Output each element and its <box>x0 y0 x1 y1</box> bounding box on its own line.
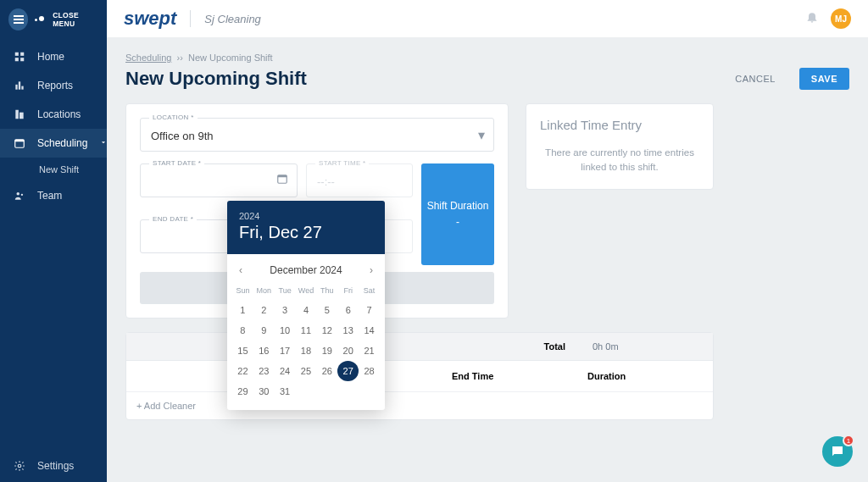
calendar-day[interactable]: 8 <box>232 320 253 341</box>
chat-button[interactable]: 1 <box>822 436 853 467</box>
gear-icon <box>14 460 25 472</box>
prev-month-button[interactable]: ‹ <box>236 263 246 278</box>
calendar-day[interactable]: 29 <box>232 381 253 402</box>
svg-point-11 <box>17 192 20 196</box>
calendar-dow: Thu <box>316 283 337 300</box>
avatar[interactable]: MJ <box>831 8 851 29</box>
svg-rect-5 <box>19 81 20 89</box>
svg-point-13 <box>18 464 21 468</box>
org-name: Sj Cleaning <box>204 13 261 25</box>
col-end-time: End Time <box>442 361 577 391</box>
calendar-day[interactable]: 21 <box>359 341 380 361</box>
cleaners-table: Total 0h 0m Start Time End Time Duration… <box>125 332 714 420</box>
svg-rect-4 <box>15 85 17 90</box>
calendar-dow: Sat <box>359 283 380 300</box>
calendar-day[interactable]: 14 <box>359 320 380 341</box>
breadcrumb-parent[interactable]: Scheduling <box>125 53 171 63</box>
next-month-button[interactable]: › <box>366 263 376 278</box>
calendar-day[interactable]: 15 <box>232 341 253 361</box>
total-value: 0h 0m <box>579 333 632 360</box>
location-icon <box>14 108 25 120</box>
calendar-day[interactable]: 25 <box>296 361 317 381</box>
calendar-day[interactable]: 7 <box>359 300 380 320</box>
calendar-day[interactable]: 30 <box>253 381 275 402</box>
sidebar-item-reports[interactable]: Reports <box>0 71 107 100</box>
dashboard-icon <box>14 51 25 63</box>
svg-point-12 <box>21 194 23 196</box>
calendar-day[interactable]: 31 <box>275 381 296 402</box>
calendar-day[interactable]: 2 <box>253 300 275 320</box>
dropdown-icon: ▾ <box>478 127 485 143</box>
brand-logo: swept <box>124 8 176 30</box>
calendar-day[interactable]: 23 <box>253 361 275 381</box>
sidebar-item-home[interactable]: Home <box>0 42 107 71</box>
sidebar-item-locations[interactable]: Locations <box>0 100 107 129</box>
close-menu-label[interactable]: CLOSE MENU <box>53 11 98 28</box>
sidebar-item-label: Home <box>37 51 64 63</box>
calendar-day[interactable]: 18 <box>296 341 317 361</box>
shift-duration-box: Shift Duration - <box>421 163 494 265</box>
calendar-day[interactable]: 26 <box>316 361 337 381</box>
calendar-day[interactable]: 28 <box>359 361 380 381</box>
calendar-day[interactable]: 5 <box>316 300 337 320</box>
calendar-icon <box>14 137 25 149</box>
svg-rect-15 <box>278 175 287 177</box>
linked-text: There are currently no time entries link… <box>540 146 699 175</box>
sidebar-subitem-new-shift[interactable]: New Shift <box>0 158 107 181</box>
calendar-headline: Fri, Dec 27 <box>239 223 373 242</box>
linked-time-panel: Linked Time Entry There are currently no… <box>526 103 714 190</box>
sidebar-item-label: Reports <box>37 80 73 91</box>
calendar-day[interactable]: 6 <box>337 300 359 320</box>
sidebar-item-label: Scheduling <box>37 137 87 149</box>
svg-rect-10 <box>15 140 25 141</box>
chat-badge: 1 <box>843 435 854 446</box>
breadcrumb: Scheduling ›› New Upcoming Shift <box>125 53 849 63</box>
calendar-day[interactable]: 1 <box>232 300 253 320</box>
svg-rect-7 <box>15 110 19 119</box>
calendar-day[interactable]: 11 <box>296 320 317 341</box>
sidebar-item-team[interactable]: Team <box>0 181 107 210</box>
svg-rect-1 <box>20 53 24 56</box>
calendar-day[interactable]: 10 <box>275 320 296 341</box>
start-date-input[interactable]: START DATE * <box>140 163 298 197</box>
calendar-dow: Fri <box>337 283 359 300</box>
svg-rect-8 <box>19 113 24 119</box>
col-duration: Duration <box>577 361 704 391</box>
calendar-day[interactable]: 19 <box>316 341 337 361</box>
calendar-day[interactable]: 13 <box>337 320 359 341</box>
linked-title: Linked Time Entry <box>540 118 699 132</box>
save-button[interactable]: SAVE <box>799 68 849 90</box>
start-time-input[interactable]: START TIME * --:-- <box>306 163 413 197</box>
bell-icon[interactable] <box>805 10 819 27</box>
sidebar-item-settings[interactable]: Settings <box>0 450 107 482</box>
cancel-button[interactable]: CANCEL <box>723 68 787 90</box>
calendar-day[interactable]: 17 <box>275 341 296 361</box>
svg-rect-2 <box>15 58 19 61</box>
calendar-month[interactable]: December 2024 <box>270 264 342 276</box>
calendar-dow: Wed <box>296 283 317 300</box>
divider <box>190 10 191 27</box>
calendar-day[interactable]: 27 <box>337 361 359 381</box>
svg-rect-6 <box>21 86 23 90</box>
calendar-dow: Mon <box>253 283 275 300</box>
calendar-year[interactable]: 2024 <box>239 211 373 221</box>
calendar-day[interactable]: 3 <box>275 300 296 320</box>
calendar-day[interactable]: 22 <box>232 361 253 381</box>
menu-toggle-button[interactable] <box>8 8 28 30</box>
calendar-dow: Tue <box>275 283 296 300</box>
sidebar: CLOSE MENU Home Reports Locations Schedu… <box>0 0 107 482</box>
add-cleaner-button[interactable]: + Add Cleaner <box>126 391 713 419</box>
sidebar-item-scheduling[interactable]: Scheduling <box>0 129 107 158</box>
calendar-day[interactable]: 24 <box>275 361 296 381</box>
calendar-day[interactable]: 4 <box>296 300 317 320</box>
calendar-day[interactable]: 9 <box>253 320 275 341</box>
date-picker: 2024 Fri, Dec 27 ‹ December 2024 › SunMo… <box>227 201 385 410</box>
calendar-day[interactable]: 12 <box>316 320 337 341</box>
team-icon <box>14 190 25 202</box>
calendar-day[interactable]: 20 <box>337 341 359 361</box>
chart-icon <box>14 80 25 91</box>
svg-rect-0 <box>15 53 19 56</box>
location-select[interactable]: LOCATION * Office on 9th ▾ <box>140 118 494 152</box>
calendar-dow: Sun <box>232 283 253 300</box>
calendar-day[interactable]: 16 <box>253 341 275 361</box>
